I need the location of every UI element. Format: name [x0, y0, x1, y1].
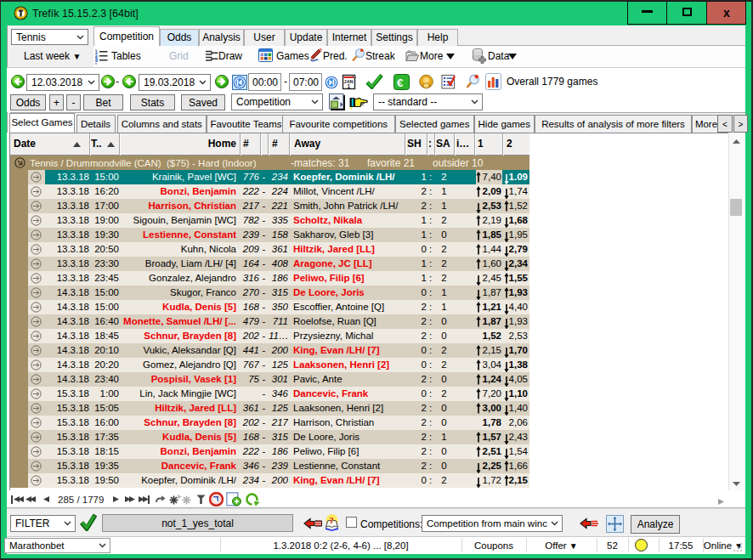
svg-text:1: 1 [348, 83, 351, 89]
svg-text:?: ? [329, 515, 334, 525]
svg-text:3: 3 [95, 58, 98, 62]
svg-text:€: € [397, 76, 403, 89]
